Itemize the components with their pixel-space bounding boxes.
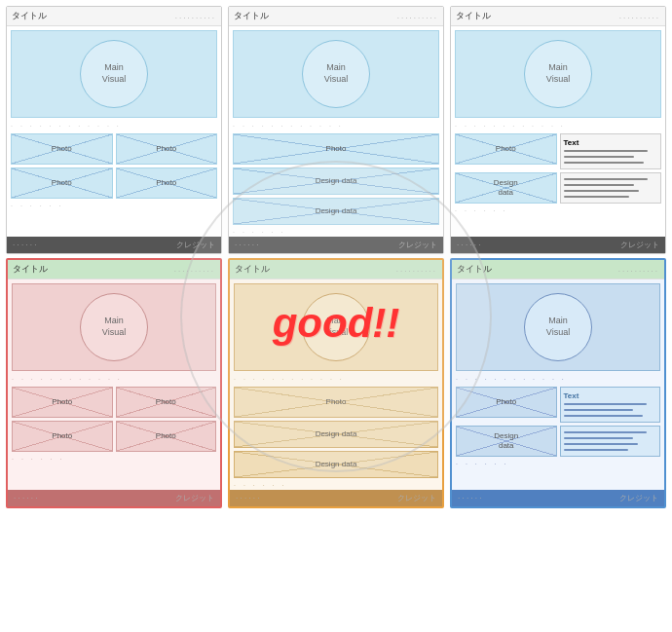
photo-grid-1: Photo Photo Photo Photo	[7, 130, 221, 202]
credit-dots-3: · · · · · ·	[457, 241, 480, 249]
bottom-design-3c: Designdata	[456, 426, 557, 457]
bottom-credit-label-3: クレジット	[619, 493, 658, 503]
bottom-photo-3a: Photo	[456, 387, 557, 418]
bottom-title-row-3: タイトル ..........	[452, 260, 664, 279]
text-label-3b: Text	[564, 138, 658, 147]
bottom-design-2b: Design data	[234, 421, 438, 448]
credit-dots-1: · · · · · ·	[13, 241, 36, 249]
mv-area-3: MainVisual	[455, 30, 661, 118]
design-cell-2c: Design data	[233, 198, 439, 225]
mv-text-1: MainVisual	[102, 62, 126, 85]
bottom-credit-dots-1: · · · · · ·	[14, 494, 37, 502]
dot-sep-3a: · · · · · · · · · · · ·	[451, 122, 665, 130]
bottom-dot-sep-3b: · · · · · ·	[452, 460, 664, 468]
mv-area-2: MainVisual	[233, 30, 439, 118]
top-section: タイトル .......... MainVisual · · · · · · ·…	[0, 0, 672, 256]
bottom-mv-text-1: MainVisual	[102, 316, 126, 338]
title-dots-2: ..........	[397, 12, 438, 20]
bottom-photo-grid-1: Photo Photo Photo Photo	[8, 384, 220, 455]
page-layout: タイトル .......... MainVisual · · · · · · ·…	[0, 0, 672, 632]
design-cell-3c: Designdata	[455, 172, 557, 204]
title-row-2: タイトル ..........	[229, 7, 443, 26]
bottom-title-row-1: タイトル ..........	[8, 260, 220, 279]
bottom-title-label-2: タイトル	[235, 263, 270, 276]
bottom-title-row-2: タイトル ..........	[230, 260, 442, 279]
title-label-3: タイトル	[456, 10, 491, 22]
bottom-dot-sep-3a: · · · · · · · · · · · ·	[452, 375, 664, 384]
bottom-photo-2a: Photo	[234, 387, 438, 418]
photo-cell-1d: Photo	[116, 167, 218, 199]
title-dots-1: ..........	[175, 12, 216, 20]
bottom-dot-sep-2b: · · · · · ·	[230, 481, 442, 490]
photo-grid-2: Photo Design data Design data	[229, 130, 443, 228]
bottom-text-label-3b: Text	[564, 391, 657, 400]
credit-label-1: クレジット	[176, 240, 215, 250]
bottom-title-label-3: タイトル	[457, 263, 492, 276]
mv-circle-3: MainVisual	[524, 40, 592, 108]
title-row-3: タイトル ..........	[451, 7, 665, 26]
bottom-mv-area-1: MainVisual	[12, 283, 216, 371]
bottom-text-block-3d	[560, 426, 661, 457]
dot-sep-1a: · · · · · · · · · · · ·	[7, 122, 221, 130]
bottom-title-dots-1: ..........	[174, 265, 215, 274]
bottom-mv-circle-2: MainVisual	[302, 293, 370, 361]
bottom-credit-dots-2: · · · · · ·	[236, 494, 259, 502]
mv-circle-1: MainVisual	[80, 40, 148, 108]
bottom-credit-label-1: クレジット	[175, 493, 214, 503]
photo-grid-3: Photo Text Designdata	[451, 130, 665, 206]
bottom-title-dots-2: ..........	[396, 265, 437, 274]
dot-sep-1b: · · · · · ·	[7, 202, 221, 210]
credit-bar-2: · · · · · · クレジット	[229, 237, 443, 253]
photo-cell-3a: Photo	[455, 133, 557, 165]
top-col-2: タイトル .......... MainVisual · · · · · · ·…	[228, 6, 444, 254]
bottom-col-3: タイトル .......... MainVisual · · · · · · ·…	[450, 258, 666, 508]
bottom-credit-bar-1: · · · · · · クレジット	[8, 490, 220, 506]
credit-bar-3: · · · · · · クレジット	[451, 237, 665, 253]
credit-label-3: クレジット	[620, 240, 659, 250]
design-cell-2b: Design data	[233, 167, 439, 195]
photo-cell-1c: Photo	[11, 167, 113, 199]
bottom-credit-label-2: クレジット	[397, 493, 436, 503]
photo-cell-2a: Photo	[233, 133, 439, 165]
title-row-1: タイトル ..........	[7, 7, 221, 26]
mv-area-1: MainVisual	[11, 30, 217, 118]
bottom-dot-sep-1b: · · · · · ·	[8, 455, 220, 464]
bottom-photo-1a: Photo	[12, 387, 113, 418]
bottom-credit-bar-2: · · · · · · クレジット	[230, 490, 442, 506]
bottom-photo-1d: Photo	[116, 421, 217, 452]
credit-label-2: クレジット	[398, 240, 437, 250]
dot-sep-2b: · · · · · ·	[229, 228, 443, 237]
bottom-section: タイトル .......... MainVisual · · · · · · ·…	[0, 256, 672, 514]
top-col-3: タイトル .......... MainVisual · · · · · · ·…	[450, 6, 666, 254]
bottom-design-2c: Design data	[234, 451, 438, 478]
title-label-2: タイトル	[234, 10, 269, 22]
dot-sep-3b: · · · · · ·	[451, 206, 665, 215]
bottom-col-2: タイトル .......... MainVisual · · · · · · ·…	[228, 258, 444, 508]
bottom-mv-circle-3: MainVisual	[524, 293, 592, 361]
bottom-photo-1c: Photo	[12, 421, 113, 452]
bottom-credit-bar-3: · · · · · · クレジット	[452, 490, 664, 506]
bottom-title-label-1: タイトル	[13, 263, 48, 276]
photo-cell-1a: Photo	[11, 133, 113, 165]
credit-dots-2: · · · · · ·	[235, 241, 258, 249]
photo-cell-1b: Photo	[116, 133, 218, 165]
bottom-text-block-3b: Text	[560, 387, 661, 423]
bottom-dot-sep-2a: · · · · · · · · · · · ·	[230, 375, 442, 384]
top-col-1: タイトル .......... MainVisual · · · · · · ·…	[6, 6, 222, 254]
text-block-3b: Text	[560, 133, 662, 169]
text-block-3d	[560, 172, 662, 204]
title-dots-3: ..........	[619, 12, 660, 20]
bottom-photo-1b: Photo	[116, 387, 217, 418]
bottom-mv-area-2: MainVisual	[234, 283, 438, 371]
mv-text-2: MainVisual	[324, 62, 348, 85]
mv-circle-2: MainVisual	[302, 40, 370, 108]
bottom-mv-area-3: MainVisual	[456, 283, 660, 371]
mv-text-3: MainVisual	[546, 62, 570, 85]
dot-sep-2a: · · · · · · · · · · · ·	[229, 122, 443, 130]
bottom-mv-circle-1: MainVisual	[80, 293, 148, 361]
bottom-col-1: タイトル .......... MainVisual · · · · · · ·…	[6, 258, 222, 508]
credit-bar-1: · · · · · · クレジット	[7, 237, 221, 253]
title-label-1: タイトル	[12, 10, 47, 22]
bottom-dot-sep-1a: · · · · · · · · · · · ·	[8, 375, 220, 384]
bottom-photo-grid-2: Photo Design data Design data	[230, 384, 442, 481]
